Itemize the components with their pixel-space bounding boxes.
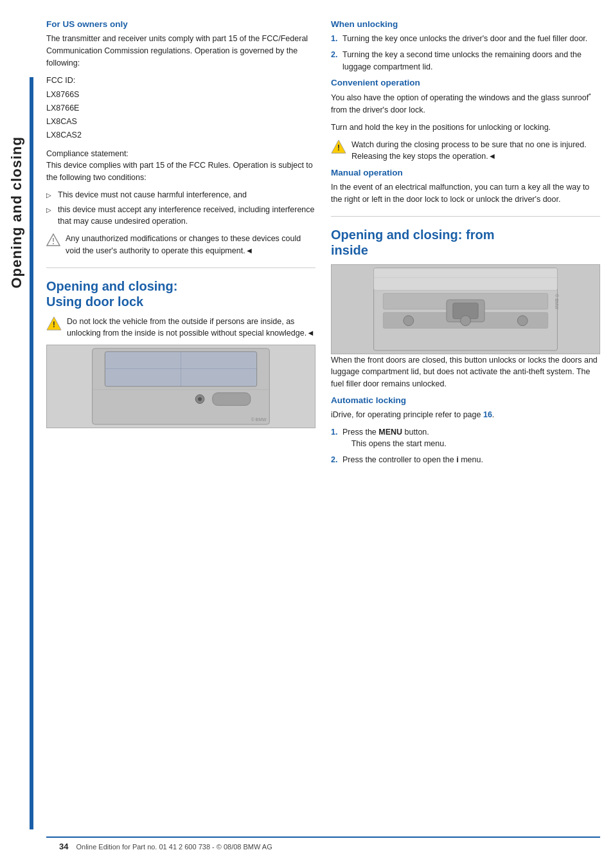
when-unlocking-section: When unlocking 1. Turning the key once u… [331, 19, 600, 73]
step-num-al-1: 1. [331, 426, 337, 439]
page-number: 34 [59, 842, 68, 851]
page-link-16[interactable]: 16 [483, 410, 492, 419]
for-us-owners-heading: For US owners only [46, 19, 315, 29]
warning-triangle-icon-2: ! [331, 139, 346, 154]
fcc-id-line3: LX8CAS [46, 115, 315, 129]
convenient-operation-section: Convenient operation You also have the o… [331, 78, 600, 163]
automatic-locking-section: Automatic locking iDrive, for operating … [331, 395, 600, 466]
svg-point-24 [461, 316, 471, 326]
door-lock-warning-box: ! Do not lock the vehicle from the outsi… [46, 316, 315, 340]
unlocking-steps: 1. Turning the key once unlocks the driv… [331, 33, 600, 73]
convenient-op-warning: ! Watch during the closing process to be… [331, 139, 600, 163]
main-content: For US owners only The transmitter and r… [33, 0, 613, 868]
when-unlocking-heading: When unlocking [331, 19, 600, 29]
warning-triangle-icon: ! [46, 316, 62, 331]
i-menu-bold: i [456, 455, 458, 464]
unlocking-step-2: 2. Turning the key a second time unlocks… [331, 49, 600, 73]
fcc-bullet-2: this device must accept any interference… [46, 204, 315, 228]
left-column: For US owners only The transmitter and r… [46, 19, 315, 836]
divider-right [331, 216, 600, 217]
svg-point-25 [517, 316, 528, 326]
opening-door-lock-heading: Opening and closing: Using door lock [46, 278, 315, 309]
svg-point-9 [198, 397, 202, 401]
svg-point-23 [404, 316, 414, 326]
sidebar-chapter-title: Opening and closing [8, 136, 25, 289]
automatic-locking-steps: 1. Press the MENU button. This opens the… [331, 426, 600, 466]
svg-rect-7 [213, 393, 251, 406]
auto-lock-step-2: 2. Press the controller to open the i me… [331, 454, 600, 466]
fcc-id-line0: FCC ID: [46, 74, 315, 87]
fcc-notice-text: Any unauthorized modifications or change… [66, 233, 315, 257]
svg-rect-17 [374, 268, 558, 291]
asterisk-superscript: * [589, 92, 591, 98]
opening-door-lock-section: Opening and closing: Using door lock ! D… [46, 278, 315, 429]
unlocking-step-1: 1. Turning the key once unlocks the driv… [331, 33, 600, 45]
auto-lock-step-1: 1. Press the MENU button. This opens the… [331, 426, 600, 451]
menu-bold-text: MENU [378, 428, 402, 437]
svg-text:© BMW: © BMW [555, 294, 559, 309]
fcc-id-line1: LX8766S [46, 88, 315, 102]
manual-operation-section: Manual operation In the event of an elec… [331, 168, 600, 206]
convenient-op-warning-text: Watch during the closing process to be s… [351, 139, 600, 163]
convenient-op-para1: You also have the option of operating th… [331, 91, 600, 116]
fcc-id-line4: LX8CAS2 [46, 129, 315, 142]
for-us-owners-section: For US owners only The transmitter and r… [46, 19, 315, 257]
fcc-ids-block: FCC ID: LX8766S LX8766E LX8CAS LX8CAS2 [46, 74, 315, 142]
step-num-al-2: 2. [331, 454, 337, 466]
automatic-locking-intro: iDrive, for operating principle refer to… [331, 409, 600, 421]
door-lock-warning-text: Do not lock the vehicle from the outside… [67, 316, 315, 340]
triangle-notice-icon [46, 233, 60, 247]
svg-point-2 [53, 243, 54, 244]
fcc-id-line2: LX8766E [46, 102, 315, 115]
compliance-text: This device complies with part 15 of the… [46, 161, 313, 182]
opening-from-inside-section: Opening and closing: from inside [331, 227, 600, 390]
left-accent-bar [30, 77, 33, 829]
svg-text:!: ! [53, 320, 55, 329]
svg-text:© BMW: © BMW [251, 417, 267, 422]
door-lock-image: © BMW [46, 345, 315, 428]
automatic-locking-heading: Automatic locking [331, 395, 600, 405]
divider-1 [46, 267, 315, 268]
compliance-label-text: Compliance statement: [46, 149, 129, 158]
fcc-bullet-1: This device must not cause harmful inter… [46, 189, 315, 201]
inside-panel-desc: When the front doors are closed, this bu… [331, 354, 600, 390]
right-column: When unlocking 1. Turning the key once u… [331, 19, 600, 836]
convenient-op-para1-text: You also have the option of operating th… [331, 93, 591, 114]
svg-text:!: ! [337, 143, 340, 152]
sidebar: Opening and closing [0, 0, 33, 868]
sidebar-label: Opening and closing [0, 103, 33, 321]
convenient-operation-heading: Convenient operation [331, 78, 600, 87]
page-footer: 34 Online Edition for Part no. 01 41 2 6… [46, 836, 600, 855]
step-num-1: 1. [331, 33, 337, 45]
two-column-layout: For US owners only The transmitter and r… [46, 19, 600, 836]
inside-panel-image: © BMW [331, 264, 600, 354]
for-us-owners-para1: The transmitter and receiver units compl… [46, 33, 315, 69]
manual-op-text: In the event of an electrical malfunctio… [331, 181, 600, 206]
compliance-label: Compliance statement: This device compli… [46, 148, 315, 184]
convenient-op-para2: Turn and hold the key in the positions f… [331, 122, 600, 134]
footer-text: Online Edition for Part no. 01 41 2 600 … [76, 843, 272, 851]
manual-operation-heading: Manual operation [331, 168, 600, 177]
fcc-notice-box: Any unauthorized modifications or change… [46, 233, 315, 257]
fcc-bullets: This device must not cause harmful inter… [46, 189, 315, 228]
opening-from-inside-heading: Opening and closing: from inside [331, 227, 600, 258]
step-num-2: 2. [331, 49, 337, 61]
